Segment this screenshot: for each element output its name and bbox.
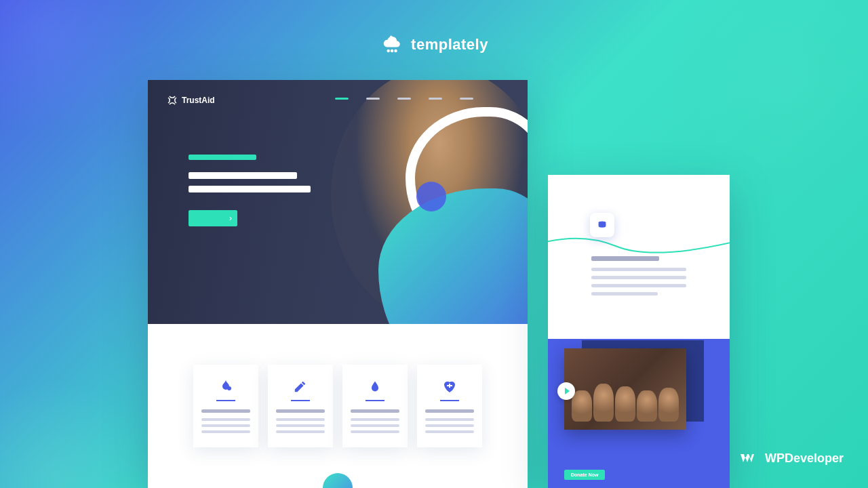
feature-underline	[440, 400, 459, 401]
feature-text	[201, 409, 250, 436]
svg-point-2	[394, 49, 397, 53]
templately-label: templately	[411, 36, 488, 54]
side-text-block	[591, 256, 686, 300]
feature-cards-row	[148, 324, 528, 447]
feature-card[interactable]	[268, 365, 333, 447]
bg-blob	[0, 380, 149, 488]
cloud-icon	[380, 33, 404, 57]
templately-logo: templately	[380, 33, 488, 57]
bg-blob	[0, 0, 149, 136]
feature-card[interactable]	[417, 365, 482, 447]
primary-nav	[335, 98, 473, 100]
nav-item[interactable]	[335, 98, 349, 100]
svg-point-0	[387, 49, 390, 53]
feature-underline	[366, 400, 384, 401]
play-button[interactable]	[557, 382, 575, 400]
site-name: TrustAid	[182, 96, 215, 105]
feature-underline	[291, 400, 310, 401]
donate-button[interactable]: Donate Now	[564, 470, 605, 480]
feature-card[interactable]	[193, 365, 258, 447]
feature-underline	[216, 400, 235, 401]
water-drop-icon	[366, 377, 384, 396]
wpdev-icon	[739, 449, 758, 468]
hero-section: TrustAid	[148, 80, 528, 324]
nav-item[interactable]	[366, 98, 380, 100]
pencil-icon	[291, 377, 310, 396]
side-media-section: Donate Now	[548, 339, 730, 488]
svg-point-4	[390, 36, 393, 39]
hero-tag-line	[189, 155, 256, 160]
hero-title-line	[189, 186, 311, 192]
nav-item[interactable]	[397, 98, 411, 100]
template-preview-side[interactable]: Donate Now	[548, 175, 730, 488]
nav-item[interactable]	[429, 98, 442, 100]
wpdev-label: WPDeveloper	[765, 451, 844, 466]
feature-text	[351, 409, 399, 436]
wpdeveloper-logo: WPDeveloper	[739, 449, 844, 468]
hero-title-line	[189, 172, 297, 179]
leaf-icon	[216, 377, 235, 396]
ribbon-icon	[167, 95, 178, 106]
feature-text	[276, 409, 325, 436]
svg-rect-3	[390, 38, 392, 42]
svg-point-5	[227, 386, 231, 390]
svg-point-1	[391, 49, 394, 53]
site-brand[interactable]: TrustAid	[167, 95, 215, 106]
coins-icon	[590, 213, 614, 237]
hero-cta-button[interactable]	[189, 210, 237, 226]
section-divider-circle	[323, 473, 353, 488]
side-top-section	[548, 175, 730, 310]
hero-content	[189, 155, 311, 226]
bg-blob	[665, 0, 868, 203]
template-preview-main[interactable]: TrustAid	[148, 80, 528, 488]
heart-plus-icon	[440, 377, 459, 396]
feature-card[interactable]	[342, 365, 408, 447]
children-photo	[564, 348, 686, 430]
nav-item[interactable]	[460, 98, 473, 100]
hero-accent-dot	[416, 182, 446, 211]
feature-text	[425, 409, 474, 436]
